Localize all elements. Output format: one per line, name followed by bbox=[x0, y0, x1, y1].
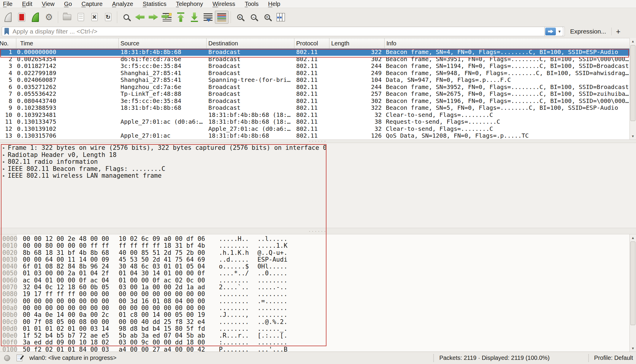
status-bar: wlan0: <live capture in progress> Packet… bbox=[0, 352, 636, 364]
hex-row[interactable]: 0000 00 00 12 00 2e 48 00 00 10 02 6c 09… bbox=[0, 236, 636, 242]
toolbar-go-last-packet[interactable] bbox=[188, 10, 201, 24]
detail-line-radiotap[interactable]: ▸Radiotap Header v0, Length 18 bbox=[0, 152, 636, 159]
packet-row[interactable]: 5 0.024060087 Shanghai_27:85:41 Spanning… bbox=[0, 77, 629, 84]
menu-file[interactable]: File bbox=[3, 1, 18, 7]
toolbar-restart-capture[interactable] bbox=[28, 10, 42, 24]
column-header-time[interactable]: Time bbox=[16, 38, 119, 48]
packet-row[interactable]: 12 0.130139102 Apple_27:01:ac (d0:a6:… 8… bbox=[0, 125, 629, 133]
detail-line-frame[interactable]: ▸Frame 1: 322 bytes on wire (2576 bits),… bbox=[0, 144, 636, 152]
apply-filter-button[interactable] bbox=[545, 28, 556, 35]
hex-row[interactable]: 0090 00 00 00 00 00 00 00 00 00 3d 16 01… bbox=[0, 298, 636, 305]
menu-capture[interactable]: Capture bbox=[81, 1, 108, 7]
column-header-no[interactable]: No. bbox=[0, 38, 16, 48]
expert-info-icon[interactable] bbox=[4, 355, 10, 361]
toolbar-go-first-packet[interactable] bbox=[174, 10, 188, 24]
packet-row[interactable]: 6 0.035271262 Hangzhou_cd:7a:6e Broadcas… bbox=[0, 84, 629, 91]
menu-analyze[interactable]: Analyze bbox=[112, 1, 139, 7]
expander-icon[interactable]: ▸ bbox=[0, 166, 8, 173]
packet-row[interactable]: 8 0.080443740 3e:f5:cc:0e:35:84 Broadcas… bbox=[0, 98, 629, 105]
toolbar-save-file[interactable] bbox=[74, 10, 88, 24]
hex-row[interactable]: 00e0 1f 52 b4 b5 b7 72 ae e5 5b ab 3a ed… bbox=[0, 332, 636, 339]
toolbar-go-back[interactable] bbox=[133, 10, 147, 24]
display-filter-input[interactable] bbox=[12, 28, 544, 35]
display-filter-field[interactable]: ▾ bbox=[2, 27, 565, 36]
scroll-down-icon[interactable]: ▼ bbox=[630, 133, 636, 139]
expander-icon[interactable]: ▸ bbox=[0, 152, 8, 159]
menu-view[interactable]: View bbox=[42, 1, 60, 7]
scroll-up-icon[interactable]: ▲ bbox=[630, 38, 636, 44]
hex-row[interactable]: 0060 ac 04 01 00 00 0f ac 04 01 00 00 0f… bbox=[0, 277, 636, 284]
toolbar-start-capture[interactable] bbox=[1, 10, 15, 24]
toolbar-reload-file[interactable]: ↻ bbox=[101, 10, 115, 24]
toolbar-close-file[interactable]: ✕ bbox=[88, 10, 101, 24]
hex-row[interactable]: 00a0 00 00 00 00 00 00 00 00 00 00 00 00… bbox=[0, 305, 636, 311]
detail-line-beacon[interactable]: ▸IEEE 802.11 Beacon frame, Flags: ......… bbox=[0, 166, 636, 173]
expression-button[interactable]: Expression... bbox=[570, 28, 606, 35]
column-header-destination[interactable]: Destination bbox=[207, 38, 294, 48]
packet-list-scrollbar[interactable]: ▲ ▼ bbox=[629, 38, 636, 139]
profile-button[interactable]: Profile: Default bbox=[594, 355, 633, 361]
reload-icon: ↻ bbox=[105, 13, 111, 21]
column-header-info[interactable]: Info bbox=[385, 38, 629, 48]
scrollbar-thumb[interactable] bbox=[630, 45, 635, 121]
menu-tools[interactable]: Tools bbox=[245, 1, 264, 7]
toolbar-colorize-packets[interactable] bbox=[215, 11, 229, 24]
pane-splitter[interactable]: ······ bbox=[0, 228, 636, 234]
hex-row[interactable]: 0010 00 00 80 00 00 00 ff ff ff ff ff ff… bbox=[0, 242, 636, 249]
bookmark-icon[interactable] bbox=[4, 28, 9, 35]
column-header-source[interactable]: Source bbox=[119, 38, 207, 48]
menu-go[interactable]: Go bbox=[64, 1, 77, 7]
packet-row[interactable]: 13 0.130315706 Apple_27:01:ac 18:31:bf:4… bbox=[0, 132, 629, 139]
scroll-down-icon[interactable]: ▼ bbox=[630, 345, 636, 352]
menu-telephony[interactable]: Telephony bbox=[176, 1, 208, 7]
chevron-down-icon[interactable]: ▾ bbox=[558, 29, 561, 34]
toolbar-open-file[interactable] bbox=[60, 10, 74, 24]
toolbar-go-to-packet[interactable] bbox=[160, 10, 174, 24]
hex-row[interactable]: 00d0 01 01 01 02 01 00 03 14 98 d8 bd b4… bbox=[0, 325, 636, 332]
packet-row[interactable]: 2 0.002654354 d6:61:fe:cd:7a:6e Broadcas… bbox=[0, 56, 629, 63]
detail-line-wlan-mgmt[interactable]: ▸IEEE 802.11 wireless LAN management fra… bbox=[0, 172, 636, 179]
hex-row[interactable]: 00f0 3a ed dd 09 00 10 18 02 03 00 9c 00… bbox=[0, 339, 636, 346]
toolbar-zoom-in[interactable]: + bbox=[233, 10, 247, 24]
hex-row[interactable]: 0020 8b 68 18 31 bf 4b 8b 68 40 00 85 51… bbox=[0, 249, 636, 256]
toolbar-zoom-reset[interactable]: = bbox=[260, 10, 274, 24]
hex-row[interactable]: 0050 01 03 00 00 2a 01 04 2f 01 04 30 14… bbox=[0, 270, 636, 277]
scroll-up-icon[interactable]: ▲ bbox=[630, 234, 636, 241]
expander-icon[interactable]: ▸ bbox=[0, 158, 8, 166]
menu-help[interactable]: Help bbox=[268, 1, 286, 7]
toolbar-go-forward[interactable] bbox=[147, 10, 160, 24]
packet-row[interactable]: 4 0.022799189 Shanghai_27:85:41 Broadcas… bbox=[0, 70, 629, 77]
toolbar-zoom-out[interactable]: − bbox=[247, 10, 260, 24]
column-header-protocol[interactable]: Protocol bbox=[294, 38, 329, 48]
hex-row[interactable]: 00c0 00 7f 08 05 00 08 00 00 00 00 40 dd… bbox=[0, 319, 636, 325]
menu-wireless[interactable]: Wireless bbox=[212, 1, 241, 7]
hex-row[interactable]: 0040 6f 01 08 82 84 8b 96 24 30 48 6c 03… bbox=[0, 263, 636, 270]
hex-row[interactable]: 0080 19 17 ff ff ff 00 00 00 00 00 00 00… bbox=[0, 291, 636, 298]
hex-row[interactable]: 0030 00 00 64 00 11 14 00 09 45 53 50 2d… bbox=[0, 256, 636, 263]
add-filter-button[interactable]: + bbox=[616, 27, 620, 36]
toolbar-find-packet[interactable] bbox=[119, 10, 133, 24]
menu-edit[interactable]: Edit bbox=[22, 1, 37, 7]
toolbar-auto-scroll[interactable] bbox=[201, 10, 215, 24]
scrollbar-thumb[interactable] bbox=[630, 241, 635, 325]
hex-scrollbar[interactable]: ▲ ▼ bbox=[629, 234, 636, 352]
hex-row[interactable]: 0100 50 f2 02 01 01 84 00 03 a4 00 00 27… bbox=[0, 346, 636, 353]
packet-row[interactable]: 1 0.000000000 18:31:bf:4b:8b:68 Broadcas… bbox=[0, 49, 629, 56]
expander-icon[interactable]: ▸ bbox=[0, 144, 8, 152]
packet-row[interactable]: 11 0.130133475 Apple_27:01:ac (d0:a6:… 1… bbox=[0, 118, 629, 125]
capture-comment-icon[interactable] bbox=[17, 355, 22, 361]
toolbar-resize-columns[interactable] bbox=[274, 10, 288, 24]
column-header-length[interactable]: Length bbox=[329, 38, 385, 48]
hex-row[interactable]: 00b0 00 4a 0e 14 00 0a 00 2c 01 c8 00 14… bbox=[0, 311, 636, 318]
toolbar-stop-capture[interactable] bbox=[15, 10, 28, 24]
menu-statistics[interactable]: Statistics bbox=[143, 1, 172, 7]
detail-line-radio-info[interactable]: ▸802.11 radio information bbox=[0, 158, 636, 166]
packet-row[interactable]: 9 0.102388593 18:31:bf:4b:8b:68 Broadcas… bbox=[0, 104, 629, 112]
hex-row[interactable]: 0070 32 04 0c 12 18 60 0b 05 03 00 1a 00… bbox=[0, 284, 636, 291]
pane-splitter[interactable]: ······ bbox=[0, 139, 636, 143]
packet-row[interactable]: 10 0.103923481 18:31:bf:4b:8b:68 (18:… 8… bbox=[0, 112, 629, 119]
expander-icon[interactable]: ▸ bbox=[0, 172, 8, 179]
packet-row[interactable]: 7 0.055536422 Tp-LinkT_ef:48:88 Broadcas… bbox=[0, 90, 629, 98]
packet-row[interactable]: 3 0.011827142 3c:f5:cc:0e:35:84 Broadcas… bbox=[0, 63, 629, 70]
toolbar-capture-options[interactable]: ⚙ bbox=[42, 10, 56, 24]
